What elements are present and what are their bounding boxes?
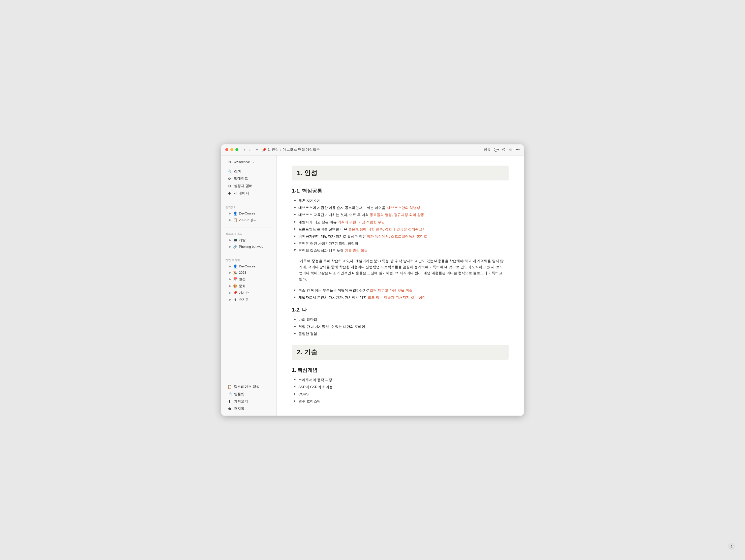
comment-icon[interactable]: 💬 xyxy=(494,147,499,152)
culture-icon: 🎨 xyxy=(233,284,237,288)
forward-button[interactable]: › xyxy=(248,147,252,153)
sidebar-item-2023[interactable]: ▶ 🎉 2023 xyxy=(223,270,274,276)
item-text: 나의 장단점 xyxy=(298,317,509,322)
toggle-icon[interactable]: ▶ xyxy=(294,289,296,291)
chevron-icon: ▶ xyxy=(229,212,231,215)
list-item: ▶ 본인은 어떤 사람인가? 계획적, 긍정적 xyxy=(292,241,509,246)
chevron-icon-5: ▶ xyxy=(229,265,231,268)
help-button[interactable]: ? xyxy=(728,543,735,550)
item-text: 몰입한 경험 xyxy=(298,331,509,336)
star-icon[interactable]: ☆ xyxy=(509,147,512,152)
devcourse-fav-icon: 👤 xyxy=(233,211,237,216)
item-text: 짧은 자기소개 xyxy=(298,198,509,203)
lecture-icon: 📋 xyxy=(233,218,237,222)
calendar-icon: 📅 xyxy=(233,277,237,281)
more-icon[interactable]: ••• xyxy=(515,147,520,152)
phoning-icon: 🔗 xyxy=(233,245,237,249)
traffic-lights xyxy=(225,148,238,151)
sidebar-item-devcourse-personal[interactable]: ▶ 👤 DevCourse xyxy=(223,263,274,269)
import-icon: ⬇ xyxy=(227,399,232,403)
toggle-icon-expanded[interactable]: ▶ xyxy=(294,249,296,251)
trash-icon: 🗑 xyxy=(227,407,232,411)
toggle-icon[interactable]: ▶ xyxy=(294,213,296,216)
personal-section-label: 개인 페이지 xyxy=(221,256,277,263)
sidebar-item-phoning[interactable]: ▶ 🔗 Phoning but web xyxy=(223,244,274,250)
chevron-icon-8: ▶ xyxy=(229,285,231,287)
chevron-icon-10: ▶ xyxy=(229,298,231,301)
add-page-button[interactable]: + xyxy=(254,147,260,153)
year-icon: 🎉 xyxy=(233,271,237,275)
toggle-icon[interactable]: ▶ xyxy=(294,220,296,223)
toggle-icon[interactable]: ▶ xyxy=(294,325,296,328)
toggle-icon[interactable]: ▶ xyxy=(294,199,296,202)
toggle-icon[interactable]: ▶ xyxy=(294,296,296,298)
toggle-icon[interactable]: ▶ xyxy=(294,332,296,335)
search-label: 검색 xyxy=(234,169,241,174)
sidebar-item-culture[interactable]: ▶ 🎨 문화 xyxy=(223,283,274,289)
teamspace-icon: 📋 xyxy=(227,385,232,389)
toggle-icon[interactable]: ▶ xyxy=(294,392,296,395)
toggle-icon[interactable]: ▶ xyxy=(294,399,296,402)
page-content: 1. 인성 1-1. 핵심공통 ▶ 짧은 자기소개 ▶ 데브코스에 지원한 이유… xyxy=(277,156,524,416)
teamspace-label: 팀스페이스 생성 xyxy=(234,385,260,389)
new-page-item[interactable]: ✚ 새 페이지 xyxy=(223,190,274,197)
chevron-icon-7: ▶ xyxy=(229,278,231,281)
section-1-heading: 1. 인성 xyxy=(292,166,509,180)
list-item-expanded: ▶ 본인의 학습방식과 해온 노력 기록 중심 학습 xyxy=(292,248,509,253)
list-item: ▶ 취업 간 시너지를 낼 수 있는 나만의 도메인 xyxy=(292,324,509,329)
sidebar-item-trash[interactable]: 🗑 휴지통 xyxy=(223,405,274,412)
back-button[interactable]: ‹ xyxy=(242,147,247,153)
sidebar-item-teamspace[interactable]: 📋 팀스페이스 생성 xyxy=(223,383,274,390)
main-layout: ↻ wz.archive ⌄ 🔍 검색 ⟳ 업데이트 ⚙ 설정과 멤버 xyxy=(221,156,524,416)
toggle-icon[interactable]: ▶ xyxy=(294,378,296,381)
sidebar-item-trash-personal[interactable]: ▶ 🗑 휴지통 xyxy=(223,296,274,303)
update-item[interactable]: ⟳ 업데이트 xyxy=(223,175,274,182)
item-text: 변수 호이스팅 xyxy=(298,398,509,404)
item-text: 본인은 어떤 사람인가? 계획적, 긍정적 xyxy=(298,241,509,246)
subsection-1-2-heading: 1-2. 나 xyxy=(292,306,509,313)
workspace-name[interactable]: ↻ wz.archive ⌄ xyxy=(223,159,274,165)
share-button[interactable]: 공유 xyxy=(484,147,491,152)
sidebar-item-calendar[interactable]: ▶ 📅 일정 xyxy=(223,276,274,283)
favorites-section: 즐겨찾기 ▶ 👤 DevCourse ▶ 📋 2023-2 강의 xyxy=(221,203,277,224)
maximize-button[interactable] xyxy=(235,148,238,151)
search-section: 🔍 검색 ⟳ 업데이트 ⚙ 설정과 멤버 ✚ 새 페이지 xyxy=(221,168,277,197)
template-icon: 📄 xyxy=(227,392,232,396)
toggle-icon[interactable]: ▶ xyxy=(294,206,296,209)
search-item[interactable]: 🔍 검색 xyxy=(223,168,274,175)
toggle-icon[interactable]: ▶ xyxy=(294,385,296,388)
chevron-icon-4: ▶ xyxy=(229,245,231,248)
sidebar-item-board[interactable]: ▶ 📌 게시판 xyxy=(223,290,274,296)
divider-3 xyxy=(225,254,272,254)
update-label: 업데이트 xyxy=(234,176,248,181)
sidebar-item-devcourse-fav[interactable]: ▶ 👤 DevCourse xyxy=(223,210,274,217)
dev-label: 개발 xyxy=(239,238,246,242)
item-text: 프론트엔드 분야를 선택한 이유 좋은 반응에 대한 만족, 경험과 인상을 전… xyxy=(298,226,509,232)
close-button[interactable] xyxy=(225,148,228,151)
sidebar-item-dev[interactable]: ▶ 💻 개발 xyxy=(223,237,274,243)
section-2-heading: 2. 기술 xyxy=(292,345,509,360)
list-item: ▶ 비전공자인데 개발자가 되기로 결심한 이유 학과 특성에서, 소프트웨어쪽… xyxy=(292,234,509,239)
template-label: 템플릿 xyxy=(234,392,245,396)
workspace-section: 워크스페이스 ▶ 💻 개발 ▶ 🔗 Phoning but web xyxy=(221,230,277,250)
list-item: ▶ CORS xyxy=(292,391,509,397)
item-text: 비전공자인데 개발자가 되기로 결심한 이유 학과 특성에서, 소프트웨어쪽의 … xyxy=(298,234,509,239)
sidebar-item-import[interactable]: ⬇ 가져오기 xyxy=(223,398,274,405)
workspace-header: ↻ wz.archive ⌄ xyxy=(221,159,277,166)
list-item: ▶ 데브코스 교육간 기대하는 것과, 수료 후 계획 동료들의 열정, 정규과… xyxy=(292,212,509,218)
minimize-button[interactable] xyxy=(230,148,233,151)
sidebar-item-lecture[interactable]: ▶ 📋 2023-2 강의 xyxy=(223,217,274,223)
toggle-icon[interactable]: ▶ xyxy=(294,235,296,237)
item-text: CORS xyxy=(298,391,509,397)
list-item: ▶ SSR과 CSR의 차이점 xyxy=(292,384,509,390)
list-item: ▶ 학습 간 막히는 부분들은 어떻게 해결하는가? 일단 제끼고 다음 것을 … xyxy=(292,288,509,293)
breadcrumb-page: 데브코스 면접 예상질문 xyxy=(283,147,320,152)
settings-item[interactable]: ⚙ 설정과 멤버 xyxy=(223,183,274,190)
toggle-icon[interactable]: ▶ xyxy=(294,227,296,230)
history-icon[interactable]: ⏱ xyxy=(502,147,506,152)
breadcrumb-board[interactable]: 1. 인성 xyxy=(268,147,279,152)
toggle-icon[interactable]: ▶ xyxy=(294,242,296,244)
toggle-icon[interactable]: ▶ xyxy=(294,318,296,321)
board-icon: 📌 xyxy=(233,291,237,295)
sidebar-item-template[interactable]: 📄 템플릿 xyxy=(223,391,274,398)
